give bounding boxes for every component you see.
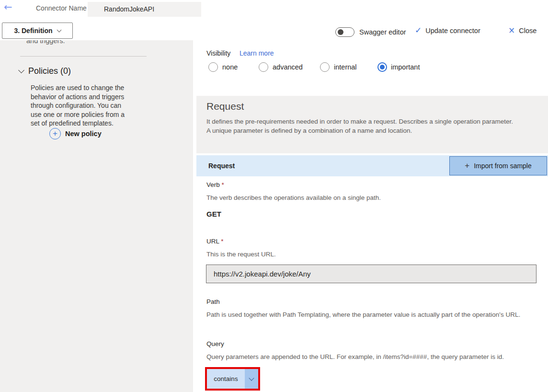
checkmark-icon: ✓ (415, 25, 422, 35)
radio-internal[interactable] (320, 62, 330, 72)
close-icon: × (508, 25, 515, 35)
custom-connector-editor: ← Connector Name RandomJokeAPI 3. Defini… (0, 0, 548, 392)
tab-connector[interactable]: RandomJokeAPI (88, 2, 201, 17)
chevron-down-icon (249, 375, 254, 380)
update-connector-label: Update connector (425, 26, 480, 35)
visibility-label: Visibility (206, 49, 230, 57)
sidebar-divider (20, 56, 147, 57)
connector-name-label: Connector Name (36, 4, 87, 12)
query-description: Query parameters are appended to the URL… (206, 353, 504, 360)
dropdown-caret-area[interactable] (245, 369, 258, 389)
radio-internal-label[interactable]: internal (334, 63, 357, 71)
radio-none[interactable] (208, 62, 218, 72)
definition-step-dropdown[interactable]: 3. Definition (2, 23, 73, 39)
chevron-down-icon (57, 27, 61, 32)
required-asterisk: * (222, 181, 224, 188)
verb-value: GET (206, 210, 221, 218)
verb-description: The verb describes the operations availa… (206, 194, 381, 201)
update-connector-button[interactable]: ✓ Update connector (415, 25, 480, 35)
plus-icon: + (465, 161, 469, 171)
radio-advanced[interactable] (259, 62, 268, 72)
policies-title: Policies (0) (28, 66, 71, 76)
policies-description: Policies are used to change the behavior… (31, 83, 133, 128)
chevron-down-icon (18, 67, 24, 73)
plus-circle-icon: + (49, 128, 61, 139)
close-label: Close (519, 26, 537, 35)
radio-advanced-label[interactable]: advanced (273, 63, 303, 71)
back-arrow-icon[interactable]: ← (4, 1, 12, 13)
request-bar-label: Request (208, 162, 235, 170)
url-description: This is the request URL. (206, 251, 276, 258)
swagger-editor-toggle[interactable] (335, 27, 354, 37)
url-label: URL * (206, 238, 224, 245)
radio-important-label[interactable]: important (391, 63, 420, 71)
request-section-description-line2: A unique parameter is defined by a combi… (206, 127, 412, 134)
query-param-dropdown-value: contains (207, 369, 245, 389)
learn-more-link[interactable]: Learn more (240, 49, 274, 57)
sidebar-panel: and triggers. Policies (0) Policies are … (0, 40, 193, 392)
toggle-knob (338, 29, 343, 35)
red-highlight-box: contains (205, 367, 260, 391)
url-input[interactable] (206, 265, 537, 283)
swagger-editor-label: Swagger editor (359, 28, 406, 36)
definition-step-label: 3. Definition (14, 27, 52, 35)
radio-none-label[interactable]: none (222, 63, 238, 71)
query-param-dropdown[interactable]: contains (207, 369, 258, 389)
request-section-description-line1: It defines the pre-requirements needed i… (206, 118, 513, 125)
policies-section-header[interactable]: Policies (0) (19, 66, 71, 76)
verb-label: Verb * (206, 181, 224, 188)
query-label: Query (206, 340, 224, 347)
request-section-title: Request (206, 101, 244, 112)
import-from-sample-label: Import from sample (474, 162, 532, 170)
request-header-bar: Request + Import from sample (196, 155, 548, 176)
path-label: Path (206, 298, 220, 305)
import-from-sample-button[interactable]: + Import from sample (449, 156, 547, 175)
request-section-header: Request It defines the pre-requirements … (196, 96, 548, 153)
new-policy-button[interactable]: + New policy (49, 128, 102, 139)
required-asterisk: * (221, 238, 223, 245)
close-button[interactable]: × Close (508, 25, 537, 35)
clipped-scrolled-text: and triggers. (26, 40, 65, 45)
new-policy-label: New policy (65, 130, 102, 138)
path-description: Path is used together with Path Templati… (206, 311, 520, 318)
radio-important[interactable] (377, 62, 387, 72)
